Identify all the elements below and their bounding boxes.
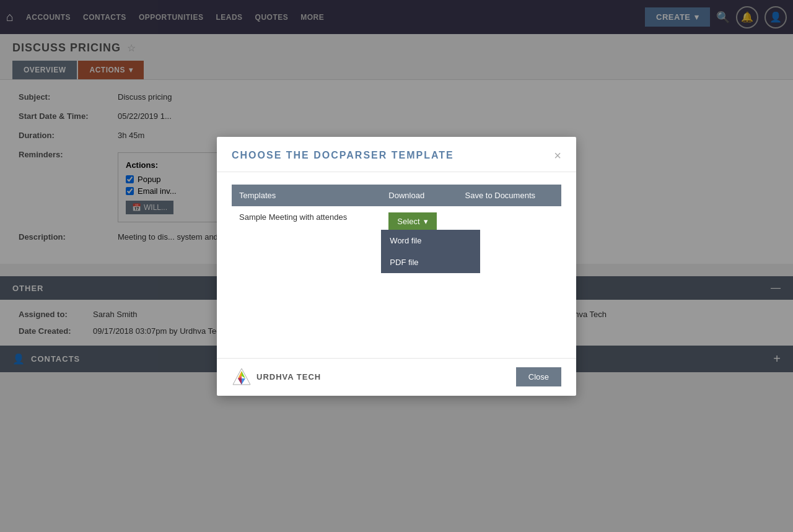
modal-body: Templates Download Save to Documents Sam… [217, 172, 576, 358]
template-name: Sample Meeting with attendes [232, 206, 381, 237]
col-download: Download [381, 185, 457, 206]
word-file-option[interactable]: Word file [381, 230, 480, 251]
table-header-row: Templates Download Save to Documents [232, 185, 561, 206]
chevron-down-icon: ▾ [424, 217, 428, 226]
modal-close-button[interactable]: × [554, 149, 561, 162]
docparser-modal: CHOOSE THE DOCPARSER TEMPLATE × Template… [217, 137, 576, 373]
modal-overlay: CHOOSE THE DOCPARSER TEMPLATE × Template… [0, 0, 793, 372]
select-dropdown: Word file PDF file [381, 230, 480, 273]
modal-title: CHOOSE THE DOCPARSER TEMPLATE [232, 150, 454, 161]
modal-header: CHOOSE THE DOCPARSER TEMPLATE × [217, 137, 576, 172]
pdf-file-option[interactable]: PDF file [381, 251, 480, 273]
col-templates: Templates [232, 185, 381, 206]
download-cell: Select ▾ Word file PDF file [381, 206, 457, 237]
col-save: Save to Documents [458, 185, 561, 206]
templates-table: Templates Download Save to Documents Sam… [232, 185, 561, 237]
urdhva-tech-logo-icon [232, 367, 252, 373]
table-row: Sample Meeting with attendes Select ▾ Wo… [232, 206, 561, 237]
select-button[interactable]: Select ▾ [388, 212, 436, 230]
close-button[interactable]: Close [516, 367, 561, 372]
modal-footer: URDHVA TECH Close [217, 358, 576, 373]
footer-logo: URDHVA TECH [232, 367, 321, 373]
